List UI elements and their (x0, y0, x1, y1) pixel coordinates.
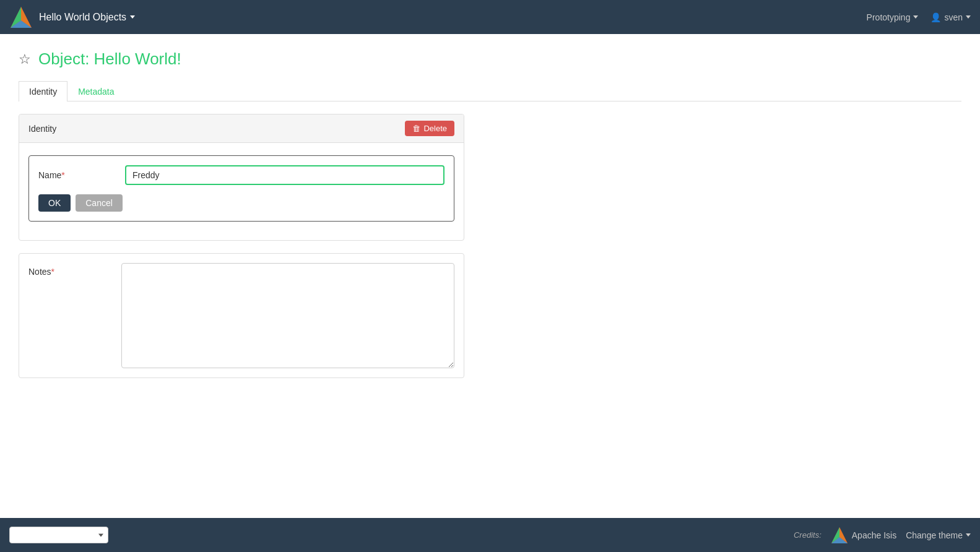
navbar-left: Hello World Objects (9, 6, 135, 29)
identity-card-body: Name* OK Cancel (19, 143, 464, 240)
apache-isis-label: Apache Isis (852, 530, 896, 540)
change-theme-button[interactable]: Change theme (906, 530, 971, 540)
notes-required-star: * (51, 267, 54, 277)
notes-textarea[interactable] (121, 263, 454, 368)
tab-metadata[interactable]: Metadata (67, 81, 124, 101)
tab-identity[interactable]: Identity (19, 81, 67, 101)
form-buttons: OK Cancel (38, 194, 444, 212)
trash-icon: 🗑 (412, 124, 420, 133)
name-form-group: Name* OK Cancel (28, 155, 454, 222)
identity-card: Identity 🗑 Delete Name* OK Cancel (19, 114, 464, 241)
navbar-right: Prototyping 👤 sven (867, 12, 971, 22)
name-input[interactable] (125, 165, 444, 185)
navbar-brand-caret (130, 15, 135, 19)
change-theme-caret (966, 533, 971, 537)
delete-label: Delete (423, 124, 447, 133)
prototyping-menu[interactable]: Prototyping (867, 12, 919, 22)
name-label: Name* (38, 170, 125, 180)
credits-label: Credits: (794, 530, 822, 540)
tabs: Identity Metadata (19, 81, 961, 101)
notes-label: Notes* (28, 263, 115, 277)
user-label: sven (944, 12, 963, 22)
prototyping-caret (913, 15, 918, 19)
bookmark-icon[interactable]: ☆ (19, 51, 31, 67)
ok-button[interactable]: OK (38, 194, 71, 212)
name-field-row: Name* (38, 165, 444, 185)
footer-left (9, 527, 108, 543)
notes-card-body: Notes* (19, 254, 464, 377)
navbar-brand-label: Hello World Objects (39, 12, 126, 23)
cancel-button[interactable]: Cancel (76, 194, 123, 212)
delete-button[interactable]: 🗑 Delete (405, 121, 454, 136)
identity-card-title: Identity (28, 124, 56, 134)
user-icon: 👤 (930, 12, 941, 22)
footer-right: Credits: Apache Isis Change theme (794, 527, 971, 544)
apache-isis-logo (831, 527, 848, 544)
prototyping-label: Prototyping (867, 12, 911, 22)
user-caret (966, 15, 971, 19)
page-title-row: ☆ Object: Hello World! (19, 50, 961, 69)
identity-card-header: Identity 🗑 Delete (19, 114, 464, 143)
main-content: ☆ Object: Hello World! Identity Metadata… (0, 34, 980, 518)
user-menu[interactable]: 👤 sven (930, 12, 971, 22)
notes-card: Notes* (19, 253, 464, 378)
navbar-brand[interactable]: Hello World Objects (39, 12, 135, 23)
footer-select[interactable] (9, 527, 108, 543)
footer-select-wrapper (9, 527, 108, 543)
page-title: Object: Hello World! (38, 50, 181, 69)
name-required-star: * (61, 170, 64, 180)
footer: Credits: Apache Isis Change theme (0, 518, 980, 552)
apache-isis-brand: Apache Isis (831, 527, 896, 544)
change-theme-label: Change theme (906, 530, 963, 540)
navbar: Hello World Objects Prototyping 👤 sven (0, 0, 980, 34)
app-logo (9, 6, 33, 29)
